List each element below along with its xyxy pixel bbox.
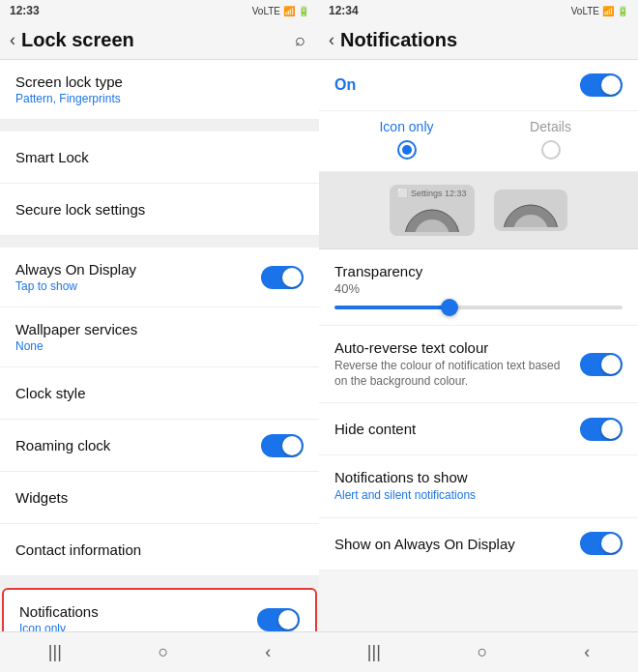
left-nav-back[interactable]: ‹ — [265, 642, 271, 662]
always-on-toggle[interactable] — [261, 266, 304, 289]
preview-card-left: ⬜ Settings 12:33 — [390, 185, 474, 236]
right-settings-list: Auto-reverse text colour Reverse the col… — [319, 326, 638, 631]
wallpaper-sub: None — [15, 339, 137, 353]
left-panel: 12:33 VoLTE 📶 🔋 ‹ Lock screen ⌕ Screen l… — [0, 0, 319, 672]
clock-style-label: Clock style — [15, 385, 86, 401]
settings-item-wallpaper[interactable]: Wallpaper services None — [0, 307, 319, 367]
tab-details[interactable]: Details — [478, 119, 623, 160]
settings-item-widgets[interactable]: Widgets — [0, 472, 319, 524]
tab-icon-only-label: Icon only — [379, 119, 433, 134]
screen-lock-sub: Pattern, Fingerprints — [15, 92, 123, 105]
tab-details-label: Details — [530, 119, 571, 134]
settings-item-show-always-on[interactable]: Show on Always On Display — [319, 518, 638, 570]
on-label: On — [334, 76, 356, 94]
transparency-section: Transparency 40% — [319, 249, 638, 326]
tab-selector: Icon only Details — [319, 111, 638, 172]
on-toggle[interactable] — [580, 73, 623, 97]
hide-content-toggle[interactable] — [580, 418, 623, 441]
left-status-bar: 12:33 VoLTE 📶 🔋 — [0, 0, 319, 21]
settings-item-always-on-display[interactable]: Always On Display Tap to show — [0, 248, 319, 307]
preview-arc-left — [403, 198, 461, 232]
notifications-toggle[interactable] — [257, 608, 300, 631]
secure-lock-label: Secure lock settings — [15, 201, 145, 218]
transparency-slider-track[interactable] — [334, 306, 623, 309]
left-back-button[interactable]: ‹ — [10, 30, 15, 50]
wallpaper-label: Wallpaper services — [15, 321, 137, 337]
notifications-to-show-sub: Alert and silent notifications — [334, 488, 613, 504]
left-nav-bar: ||| ○ ‹ — [0, 631, 319, 672]
right-status-bar: 12:34 VoLTE 📶 🔋 — [319, 0, 638, 21]
settings-item-hide-content[interactable]: Hide content — [319, 403, 638, 455]
right-nav-home[interactable]: ○ — [478, 642, 488, 662]
settings-item-contact-info[interactable]: Contact information — [0, 524, 319, 576]
left-settings-list: Screen lock type Pattern, Fingerprints S… — [0, 60, 319, 631]
right-nav-back[interactable]: ‹ — [584, 642, 590, 662]
notifications-to-show-label: Notifications to show — [334, 469, 613, 485]
show-always-on-label: Show on Always On Display — [334, 536, 570, 552]
transparency-label: Transparency — [334, 263, 623, 279]
right-status-icons: VoLTE 📶 🔋 — [571, 6, 628, 16]
left-header-title: Lock screen — [21, 29, 134, 51]
right-nav-menu[interactable]: ||| — [367, 642, 381, 662]
notifications-sub: Icon only — [19, 622, 99, 631]
hide-content-label: Hide content — [334, 421, 570, 437]
tab-icon-only-radio[interactable] — [397, 140, 417, 160]
right-panel: 12:34 VoLTE 📶 🔋 ‹ Notifications On Icon … — [319, 0, 638, 672]
left-nav-home[interactable]: ○ — [159, 642, 169, 662]
show-always-on-toggle[interactable] — [580, 532, 623, 555]
transparency-slider-thumb[interactable] — [441, 299, 458, 316]
tab-details-radio[interactable] — [541, 140, 561, 160]
auto-reverse-toggle[interactable] — [580, 353, 623, 376]
right-nav-bar: ||| ○ ‹ — [319, 631, 638, 672]
preview-area: ⬜ Settings 12:33 — [319, 172, 638, 249]
transparency-slider-fill — [334, 306, 450, 309]
notifications-label: Notifications — [19, 603, 99, 620]
roaming-clock-toggle[interactable] — [261, 434, 304, 457]
always-on-sub: Tap to show — [15, 279, 136, 293]
search-icon[interactable]: ⌕ — [295, 30, 305, 50]
auto-reverse-sub: Reverse the colour of notification text … — [334, 359, 570, 389]
settings-item-roaming-clock[interactable]: Roaming clock — [0, 420, 319, 472]
auto-reverse-label: Auto-reverse text colour — [334, 339, 570, 356]
settings-item-clock-style[interactable]: Clock style — [0, 367, 319, 420]
left-status-icons: VoLTE 📶 🔋 — [252, 6, 309, 16]
left-nav-menu[interactable]: ||| — [48, 642, 62, 662]
right-header-title: Notifications — [340, 29, 457, 51]
right-header: ‹ Notifications — [319, 21, 638, 59]
screen-lock-label: Screen lock type — [15, 73, 123, 90]
preview-arc-right — [502, 193, 560, 227]
right-time: 12:34 — [329, 4, 359, 17]
gap1 — [0, 120, 319, 131]
preview-card-right — [494, 190, 567, 231]
settings-item-auto-reverse[interactable]: Auto-reverse text colour Reverse the col… — [319, 326, 638, 403]
gap2 — [0, 236, 319, 248]
gap3 — [0, 576, 319, 588]
tab-icon-only[interactable]: Icon only — [334, 119, 478, 160]
settings-item-notifications[interactable]: Notifications Icon only — [2, 588, 317, 631]
roaming-clock-label: Roaming clock — [15, 437, 110, 453]
widgets-label: Widgets — [15, 489, 68, 506]
transparency-percent: 40% — [334, 281, 623, 296]
settings-item-secure-lock[interactable]: Secure lock settings — [0, 184, 319, 236]
left-header: ‹ Lock screen ⌕ — [0, 21, 319, 59]
smart-lock-label: Smart Lock — [15, 149, 89, 165]
settings-item-smart-lock[interactable]: Smart Lock — [0, 131, 319, 184]
contact-info-label: Contact information — [15, 541, 141, 558]
settings-item-notifications-to-show[interactable]: Notifications to show Alert and silent n… — [319, 455, 638, 518]
on-row: On — [319, 60, 638, 111]
left-time: 12:33 — [10, 4, 40, 17]
settings-item-screen-lock-type[interactable]: Screen lock type Pattern, Fingerprints — [0, 60, 319, 120]
always-on-label: Always On Display — [15, 261, 136, 278]
right-back-button[interactable]: ‹ — [329, 30, 334, 50]
